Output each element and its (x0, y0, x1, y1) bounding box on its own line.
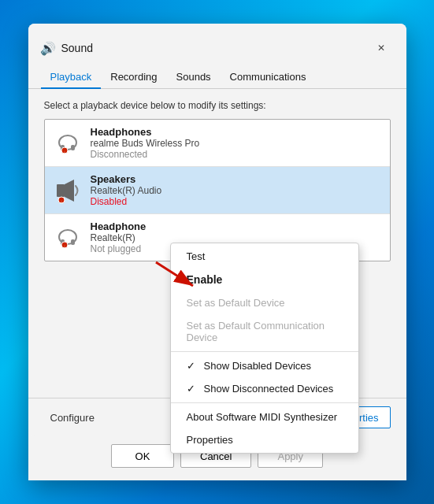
ctx-set-default-device: Set as Default Device (171, 291, 358, 314)
sound-icon: 🔊 (41, 41, 55, 55)
check-disconnected-mark: ✓ (187, 383, 199, 395)
device-info-speakers: Speakers Realtek(R) Audio Disabled (91, 173, 162, 207)
close-button[interactable]: ✕ (369, 39, 394, 57)
device-icon-speakers: ↓ (53, 176, 83, 206)
ctx-show-disconnected-label: Show Disconnected Devices (204, 383, 334, 395)
tab-recording[interactable]: Recording (101, 66, 166, 89)
tab-communications[interactable]: Communications (221, 66, 316, 89)
configure-button[interactable]: Configure (44, 409, 101, 427)
content-area: Select a playback device below to modify… (28, 89, 406, 398)
device-info-headphones-buds: Headphones realme Buds Wireless Pro Disc… (91, 126, 200, 160)
svg-rect-11 (71, 239, 75, 245)
svg-rect-2 (71, 145, 75, 150)
svg-rect-5 (57, 184, 65, 197)
device-item-headphones-buds[interactable]: ↓ Headphones realme Buds Wireless Pro Di… (45, 120, 390, 167)
context-menu: Test Enable Set as Default Device Set as… (170, 243, 359, 454)
ctx-properties[interactable]: Properties (171, 428, 358, 451)
title-bar: 🔊 Sound ✕ (28, 24, 406, 63)
device-sub: Realtek(R) (91, 232, 147, 243)
svg-text:↓: ↓ (63, 150, 65, 154)
svg-text:↓: ↓ (60, 199, 62, 204)
device-name: Headphone (91, 220, 147, 232)
headphone-icon-2: ↓ (54, 224, 81, 251)
ok-button[interactable]: OK (111, 444, 174, 468)
description-text: Select a playback device below to modify… (44, 100, 391, 111)
ctx-show-disconnected[interactable]: ✓ Show Disconnected Devices (171, 377, 358, 400)
sound-dialog: 🔊 Sound ✕ Playback Recording Sounds Comm… (28, 24, 406, 480)
ctx-separator-2 (171, 402, 358, 403)
ctx-about-midi[interactable]: About Software MIDI Synthesizer (171, 406, 358, 428)
svg-text:↓: ↓ (63, 244, 65, 249)
tab-playback[interactable]: Playback (41, 66, 102, 89)
device-item-speakers[interactable]: ↓ Speakers Realtek(R) Audio Disabled (45, 167, 390, 214)
ctx-separator-1 (171, 351, 358, 352)
device-name: Headphones (91, 126, 200, 138)
ctx-set-default-comm: Set as Default Communication Device (171, 314, 358, 349)
device-status: Disconnected (91, 149, 200, 160)
tab-bar: Playback Recording Sounds Communications (28, 66, 406, 89)
tab-sounds[interactable]: Sounds (167, 66, 221, 89)
device-icon-headphones-buds: ↓ (53, 128, 83, 158)
device-list: ↓ Headphones realme Buds Wireless Pro Di… (44, 119, 391, 261)
svg-marker-6 (65, 180, 74, 202)
ctx-test[interactable]: Test (171, 245, 358, 268)
ctx-show-disabled[interactable]: ✓ Show Disabled Devices (171, 354, 358, 377)
device-sub: Realtek(R) Audio (91, 185, 162, 196)
check-disabled-mark: ✓ (187, 360, 199, 372)
window-title: Sound (61, 42, 369, 54)
device-name: Speakers (91, 173, 162, 185)
device-status: Disabled (91, 196, 162, 207)
headphone-icon: ↓ (54, 130, 81, 157)
device-sub: realme Buds Wireless Pro (91, 138, 200, 149)
device-info-headphone-realtek: Headphone Realtek(R) Not plugged (91, 220, 147, 254)
device-status: Not plugged (91, 243, 147, 254)
ctx-show-disabled-label: Show Disabled Devices (204, 360, 312, 372)
ctx-enable[interactable]: Enable (171, 268, 358, 291)
speaker-icon: ↓ (54, 176, 82, 205)
device-icon-headphone-realtek: ↓ (53, 223, 83, 253)
